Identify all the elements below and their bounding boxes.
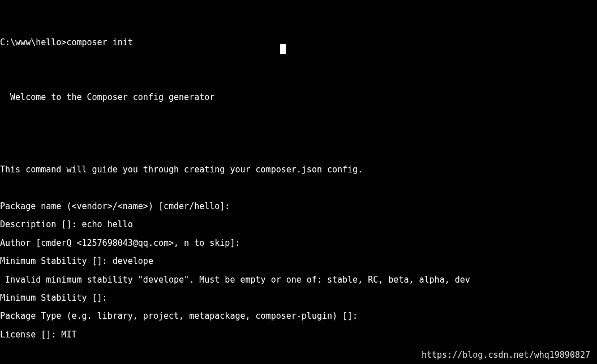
prompt-package-name: Package name (<vendor>/<name>) [cmder/he… <box>0 202 597 211</box>
prompt-min-stability-retry: Minimum Stability []: <box>0 293 597 302</box>
intro-description: This command will guide you through crea… <box>0 165 597 174</box>
prompt-description: Description []: echo hello <box>0 220 597 229</box>
prompt-author: Author [cmderQ <1257698043@qq.com>, n to… <box>0 239 597 248</box>
prompt-path: C:\www\hello> <box>0 37 66 47</box>
blank-line <box>0 111 597 120</box>
prompt-license: License []: MIT <box>0 330 597 339</box>
blank-line <box>0 56 597 65</box>
blank-line <box>0 147 597 156</box>
typed-command: composer init <box>66 37 132 47</box>
terminal-cursor <box>280 44 286 54</box>
welcome-title: Welcome to the Composer config generator <box>0 93 597 102</box>
terminal-prompt-line[interactable]: C:\www\hello>composer init <box>0 38 597 47</box>
prompt-min-stability: Minimum Stability []: develope <box>0 257 597 266</box>
blank-line <box>0 129 597 138</box>
watermark-text: https://blog.csdn.net/whq19890827 <box>422 350 590 359</box>
error-invalid-stability: Invalid minimum stability "develope". Mu… <box>0 275 597 284</box>
prompt-package-type: Package Type (e.g. library, project, met… <box>0 311 597 320</box>
blank-line <box>0 74 597 83</box>
blank-line <box>0 184 597 193</box>
